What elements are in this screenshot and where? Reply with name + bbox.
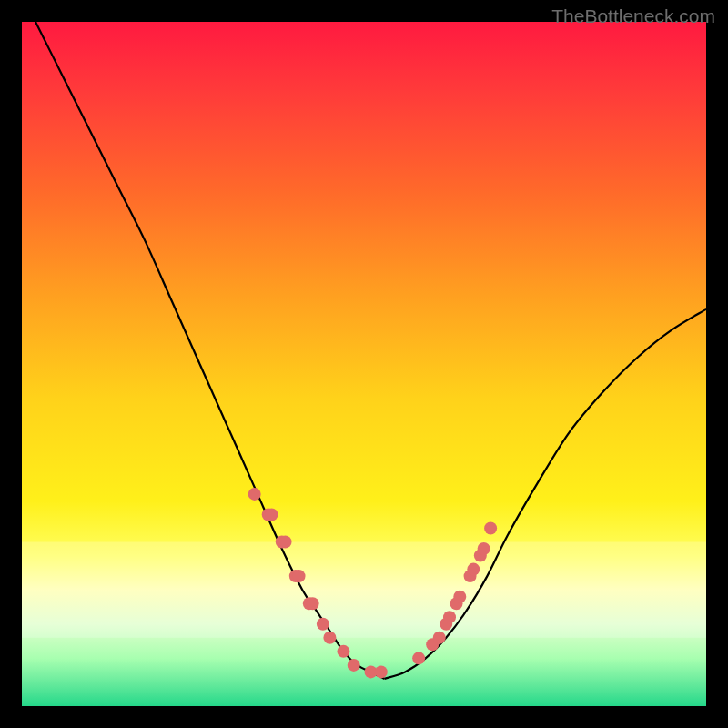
light-band bbox=[22, 542, 706, 638]
data-dot bbox=[279, 536, 292, 549]
data-dot bbox=[467, 563, 480, 576]
data-dot bbox=[265, 508, 278, 521]
data-dot bbox=[348, 659, 360, 672]
watermark-text: TheBottleneck.com bbox=[551, 5, 715, 27]
data-dot bbox=[433, 632, 446, 644]
data-dot bbox=[293, 570, 306, 582]
data-dot bbox=[337, 645, 349, 658]
data-dot bbox=[317, 618, 329, 631]
bottleneck-chart bbox=[22, 22, 706, 706]
data-dot bbox=[443, 611, 456, 623]
data-dot bbox=[484, 521, 497, 534]
data-dot bbox=[307, 597, 319, 610]
data-dot bbox=[375, 665, 388, 678]
data-dot bbox=[323, 632, 336, 644]
data-dot bbox=[248, 488, 261, 500]
data-dot bbox=[453, 591, 466, 603]
data-dot bbox=[478, 542, 490, 555]
data-dot bbox=[412, 652, 425, 664]
